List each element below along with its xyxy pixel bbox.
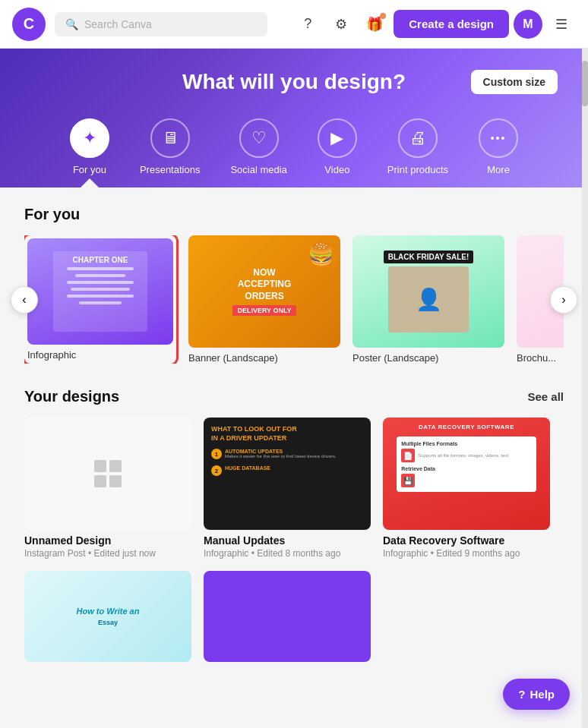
create-design-button[interactable]: Create a design: [394, 10, 509, 38]
unnamed-design-subtitle: Instagram Post • Edited just now: [24, 548, 191, 559]
carousel-item-poster[interactable]: BLACK FRIDAY SALE! 👤 Poster (Landscape): [352, 235, 504, 364]
help-circle-icon[interactable]: ?: [293, 10, 322, 39]
infographic-thumbnail: CHAPTER ONE: [27, 238, 173, 345]
app-header: C 🔍 Search Canva ? ⚙ 🎁 Create a design M…: [0, 0, 588, 49]
your-designs-header: Your designs See all: [24, 388, 564, 405]
category-print-products[interactable]: 🖨 Print products: [372, 112, 463, 188]
custom-size-button[interactable]: Custom size: [471, 70, 558, 94]
bottom-card-purple[interactable]: [204, 571, 371, 662]
manual-updates-subtitle: Infographic • Edited 8 months ago: [204, 548, 371, 559]
svg-rect-1: [109, 460, 122, 472]
bottom-cards-row: How to Write an Essay: [24, 571, 564, 662]
category-more[interactable]: ••• More: [463, 112, 533, 188]
presentations-icon: 🖥: [150, 118, 190, 158]
data-recovery-thumbnail: DATA RECOVERY SOFTWARE Multiple Files Fo…: [383, 418, 550, 530]
help-icon: ?: [518, 688, 525, 701]
design-card-data-recovery[interactable]: DATA RECOVERY SOFTWARE Multiple Files Fo…: [383, 418, 550, 559]
help-label: Help: [530, 688, 555, 701]
poster-label: Poster (Landscape): [352, 352, 504, 364]
hamburger-menu-icon[interactable]: ☰: [547, 10, 576, 39]
search-icon: 🔍: [65, 18, 78, 30]
design-card-manual-updates[interactable]: WHAT TO LOOK OUT FORIN A DRIVER UPDATER …: [204, 418, 371, 559]
scrollbar[interactable]: [582, 0, 588, 728]
category-presentations[interactable]: 🖥 Presentations: [125, 112, 216, 188]
bottom-card-howto[interactable]: How to Write an Essay: [24, 571, 191, 662]
for-you-label: For you: [73, 164, 106, 175]
for-you-section-title: For you: [24, 206, 564, 223]
data-recovery-subtitle: Infographic • Edited 9 months ago: [383, 548, 550, 559]
for-you-icon: ✦: [70, 118, 109, 158]
data-recovery-title: Data Recovery Software: [383, 534, 550, 547]
help-button[interactable]: ? Help: [503, 679, 570, 710]
carousel: ‹ CHAPTER ONE: [24, 235, 564, 364]
presentations-label: Presentations: [140, 164, 201, 175]
see-all-link[interactable]: See all: [527, 390, 564, 403]
logo-text: C: [24, 15, 34, 33]
poster-thumbnail: BLACK FRIDAY SALE! 👤: [352, 235, 504, 348]
brochure-label: Brochu...: [517, 352, 564, 364]
social-media-label: Social media: [230, 164, 286, 175]
search-bar[interactable]: 🔍 Search Canva: [55, 12, 267, 36]
unnamed-design-thumbnail: [24, 418, 191, 530]
for-you-section: For you ‹ CHAPTER ONE: [0, 188, 588, 382]
carousel-item-banner[interactable]: NOWACCEPTINGORDERS DELIVERY ONLY 🍔 Banne…: [188, 235, 340, 364]
social-media-icon: ♡: [239, 118, 279, 158]
svg-rect-3: [109, 475, 122, 487]
more-icon: •••: [479, 118, 518, 158]
your-designs-section: Your designs See all Unnamed Design Inst…: [0, 382, 588, 680]
carousel-items: CHAPTER ONE Infographic: [24, 235, 564, 364]
scroll-thumb[interactable]: [582, 61, 588, 106]
notification-dot: [380, 13, 386, 19]
design-card-unnamed[interactable]: Unnamed Design Instagram Post • Edited j…: [24, 418, 191, 559]
avatar[interactable]: M: [514, 10, 542, 39]
more-label: More: [487, 164, 510, 175]
video-label: Video: [324, 164, 349, 175]
settings-icon[interactable]: ⚙: [327, 10, 356, 39]
search-input[interactable]: Search Canva: [84, 18, 152, 30]
category-row: ✦ For you 🖥 Presentations ♡ Social media…: [30, 112, 558, 188]
infographic-label: Infographic: [27, 349, 173, 361]
canva-logo[interactable]: C: [12, 8, 46, 41]
video-icon: ▶: [318, 118, 357, 158]
manual-updates-title: Manual Updates: [204, 534, 371, 547]
print-products-label: Print products: [387, 164, 448, 175]
your-designs-title: Your designs: [24, 388, 119, 405]
carousel-next-button[interactable]: ›: [550, 286, 577, 314]
manual-updates-thumbnail: WHAT TO LOOK OUT FORIN A DRIVER UPDATER …: [204, 418, 371, 530]
carousel-prev-button[interactable]: ‹: [11, 286, 38, 314]
avatar-initial: M: [523, 17, 533, 31]
print-products-icon: 🖨: [398, 118, 438, 158]
hero-banner: What will you design? Custom size ✦ For …: [0, 49, 588, 188]
designs-grid: Unnamed Design Instagram Post • Edited j…: [24, 418, 564, 559]
banner-thumbnail: NOWACCEPTINGORDERS DELIVERY ONLY 🍔: [188, 235, 340, 348]
category-video[interactable]: ▶ Video: [302, 112, 372, 188]
category-social-media[interactable]: ♡ Social media: [215, 112, 302, 188]
svg-rect-2: [94, 475, 106, 487]
carousel-item-infographic[interactable]: CHAPTER ONE Infographic: [24, 235, 176, 364]
header-actions: ? ⚙ 🎁 Create a design M ☰: [293, 10, 576, 39]
svg-rect-0: [94, 460, 106, 472]
unnamed-design-title: Unnamed Design: [24, 534, 191, 547]
banner-label: Banner (Landscape): [188, 352, 340, 364]
gift-icon[interactable]: 🎁: [360, 10, 389, 39]
category-for-you[interactable]: ✦ For you: [55, 112, 125, 188]
